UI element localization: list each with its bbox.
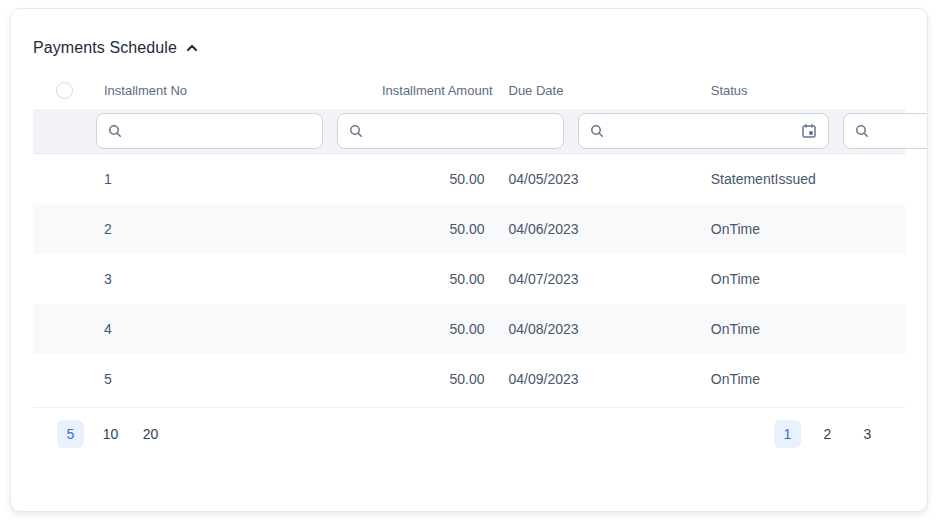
filter-installment-amount — [337, 113, 564, 149]
page-size-option-20[interactable]: 20 — [137, 420, 164, 448]
calendar-icon[interactable] — [801, 123, 817, 139]
table-row[interactable]: 5 50.00 04/09/2023 OnTime — [33, 354, 905, 404]
page-button-3[interactable]: 3 — [854, 420, 881, 448]
cell-due-date: 04/08/2023 — [501, 321, 703, 337]
card-header: Payments Schedule — [33, 39, 905, 57]
collapse-button[interactable] — [185, 41, 199, 55]
cell-due-date: 04/06/2023 — [501, 221, 703, 237]
table-header-row: Installment No Installment Amount Due Da… — [33, 71, 905, 109]
cell-status: StatementIssued — [703, 171, 905, 187]
cell-due-date: 04/05/2023 — [501, 171, 703, 187]
table-row[interactable]: 3 50.00 04/07/2023 OnTime — [33, 254, 905, 304]
cell-status: OnTime — [703, 371, 905, 387]
cell-installment-no: 4 — [96, 321, 298, 337]
cell-installment-amount: 50.00 — [298, 221, 500, 237]
filter-due-date — [578, 113, 829, 149]
page-size-selector: 5 10 20 — [57, 420, 164, 448]
table-filter-row — [33, 109, 905, 154]
search-icon — [590, 124, 604, 138]
search-icon — [108, 124, 122, 138]
page-navigator: 1 2 3 — [774, 420, 881, 448]
page-title: Payments Schedule — [33, 39, 177, 57]
filter-input-status[interactable] — [877, 123, 928, 139]
cell-due-date: 04/09/2023 — [501, 371, 703, 387]
filter-input-installment-amount[interactable] — [371, 123, 552, 139]
column-header-due-date[interactable]: Due Date — [501, 83, 703, 98]
search-icon — [349, 124, 363, 138]
page-button-2[interactable]: 2 — [814, 420, 841, 448]
filter-input-installment-no[interactable] — [130, 123, 311, 139]
column-header-installment-amount[interactable]: Installment Amount — [298, 83, 500, 98]
table-row[interactable]: 1 50.00 04/05/2023 StatementIssued — [33, 154, 905, 204]
chevron-up-icon — [185, 41, 199, 55]
cell-installment-no: 5 — [96, 371, 298, 387]
search-icon — [855, 124, 869, 138]
table-row[interactable]: 2 50.00 04/06/2023 OnTime — [33, 204, 905, 254]
cell-installment-amount: 50.00 — [298, 371, 500, 387]
page-size-option-10[interactable]: 10 — [97, 420, 124, 448]
pagination-bar: 5 10 20 1 2 3 — [33, 407, 905, 460]
cell-installment-no: 2 — [96, 221, 298, 237]
select-all-cell — [33, 82, 96, 99]
cell-status: OnTime — [703, 221, 905, 237]
filter-input-due-date[interactable] — [612, 123, 793, 139]
filter-installment-no — [96, 113, 323, 149]
cell-installment-no: 1 — [96, 171, 298, 187]
cell-status: OnTime — [703, 271, 905, 287]
page-button-1[interactable]: 1 — [774, 420, 801, 448]
column-header-status[interactable]: Status — [703, 83, 905, 98]
page-size-option-5[interactable]: 5 — [57, 420, 84, 448]
cell-status: OnTime — [703, 321, 905, 337]
table-row[interactable]: 4 50.00 04/08/2023 OnTime — [33, 304, 905, 354]
filter-status — [843, 113, 928, 149]
cell-installment-no: 3 — [96, 271, 298, 287]
cell-due-date: 04/07/2023 — [501, 271, 703, 287]
payments-schedule-card: Payments Schedule Installment No Install… — [10, 8, 928, 512]
payments-table: Installment No Installment Amount Due Da… — [33, 71, 905, 404]
select-all-checkbox[interactable] — [56, 82, 73, 99]
cell-installment-amount: 50.00 — [298, 171, 500, 187]
cell-installment-amount: 50.00 — [298, 271, 500, 287]
column-header-installment-no[interactable]: Installment No — [96, 83, 298, 98]
cell-installment-amount: 50.00 — [298, 321, 500, 337]
